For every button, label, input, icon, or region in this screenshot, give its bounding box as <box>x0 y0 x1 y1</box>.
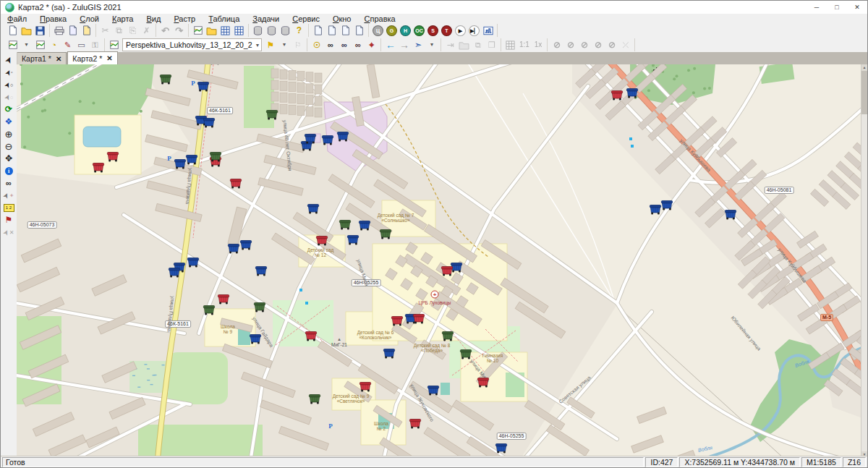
map-card-button[interactable]: ▭ <box>75 38 88 51</box>
search-go-button[interactable]: ⌖ <box>365 38 378 51</box>
maximize-button[interactable]: □ <box>827 1 847 14</box>
search-object-button[interactable]: ∞ <box>323 38 337 51</box>
menu-растр[interactable]: Растр <box>167 14 202 23</box>
open-group-button[interactable] <box>457 38 471 51</box>
zoom-out-tool[interactable]: ⊖ <box>2 140 15 152</box>
container-marker-blue[interactable] <box>249 333 262 347</box>
container-marker-red[interactable] <box>412 313 425 327</box>
container-marker-blue[interactable] <box>321 135 334 148</box>
save-button[interactable] <box>33 24 47 37</box>
analysis-run-button[interactable]: ▶ <box>454 24 467 37</box>
container-marker-blue[interactable] <box>168 267 181 281</box>
container-marker-green[interactable] <box>441 331 454 344</box>
mode-faces-button[interactable]: ❒ <box>485 38 498 51</box>
container-marker-blue[interactable] <box>358 220 371 234</box>
container-marker-blue[interactable] <box>346 234 359 248</box>
flag-dropdown[interactable]: ▾ <box>277 38 291 51</box>
tab-close-icon[interactable]: ✕ <box>106 54 112 62</box>
refresh-map-tool[interactable]: ⟳ <box>2 103 15 115</box>
undo-button[interactable]: ↶ <box>158 24 172 37</box>
container-marker-blue[interactable] <box>304 133 317 147</box>
open-document-button[interactable] <box>20 24 33 37</box>
menu-таблица[interactable]: Таблица <box>202 14 246 23</box>
menu-карта[interactable]: Карта <box>106 14 140 23</box>
container-marker-blue[interactable] <box>336 131 349 145</box>
query-run-button[interactable] <box>352 24 366 37</box>
container-marker-red[interactable] <box>229 178 242 192</box>
container-marker-green[interactable] <box>159 74 172 88</box>
container-marker-red[interactable] <box>477 377 490 391</box>
map-window-button[interactable] <box>6 38 20 51</box>
topology-tool[interactable]: ➤✕ <box>2 226 15 238</box>
print-preview-button[interactable] <box>66 24 80 37</box>
menu-задачи[interactable]: Задачи <box>246 14 286 23</box>
map-canvas[interactable]: 46К-516146Н-0507346К-516146Н-0525546Н-05… <box>17 64 863 458</box>
menu-правка[interactable]: Правка <box>33 14 73 23</box>
analysis-h-button[interactable]: H <box>399 24 412 37</box>
container-marker-blue[interactable] <box>255 265 268 279</box>
container-marker-blue[interactable] <box>203 117 216 131</box>
select-area-tool[interactable]: ➤◌ <box>2 91 15 103</box>
nav-route-button[interactable]: ➣ <box>411 38 425 51</box>
container-marker-blue[interactable] <box>208 64 221 68</box>
analysis-os-button[interactable]: ОС <box>412 24 426 37</box>
database-map-button[interactable] <box>251 24 265 37</box>
nav-dropdown[interactable]: ▾ <box>425 38 438 51</box>
paste-button[interactable]: ⎘ <box>126 24 140 37</box>
search-add-button[interactable]: ∞ <box>337 38 351 51</box>
print-button[interactable] <box>52 24 66 37</box>
map-edit-button[interactable]: ✎ <box>61 38 75 51</box>
nav-back-button[interactable]: ← <box>383 38 397 51</box>
container-marker-red[interactable] <box>305 331 318 344</box>
new-document-button[interactable] <box>6 24 20 37</box>
container-marker-green[interactable] <box>203 305 216 318</box>
pan-tool[interactable]: ✥ <box>2 153 15 164</box>
select-pointer-tool[interactable]: ➤ <box>2 54 15 66</box>
analysis-t-button[interactable]: T <box>440 24 454 37</box>
query-open-button[interactable] <box>325 24 339 37</box>
scale-1x-button[interactable]: 1x <box>531 38 545 51</box>
map-copy-button[interactable] <box>33 38 47 51</box>
scroll-up-arrow[interactable]: ▲ <box>861 64 867 71</box>
layer-icon[interactable] <box>107 38 121 51</box>
minimize-button[interactable]: ─ <box>807 1 827 14</box>
cut-button[interactable]: ✂ <box>98 24 112 37</box>
snap-none-button[interactable]: ⊘ <box>550 38 563 51</box>
scroll-thumb[interactable] <box>861 71 867 114</box>
container-marker-blue[interactable] <box>227 243 240 257</box>
container-marker-green[interactable] <box>379 229 392 242</box>
copy-button[interactable]: ⧉ <box>112 24 126 37</box>
container-marker-red[interactable] <box>409 418 422 432</box>
delete-button[interactable]: ✗ <box>140 24 153 37</box>
object-info-tool[interactable]: i <box>2 165 15 176</box>
menu-файл[interactable]: Файл <box>1 14 33 23</box>
query-edit-button[interactable] <box>339 24 352 37</box>
query-select-tool[interactable]: ➤✦ <box>2 190 15 201</box>
select-node-tool[interactable]: ➤▫ <box>2 67 15 78</box>
search-bulb-button[interactable]: ☉ <box>310 38 323 51</box>
map-window-dropdown[interactable]: ▾ <box>20 38 33 51</box>
analysis-step-button[interactable]: ▶▏ <box>467 24 481 37</box>
nav-forward-button[interactable]: → <box>397 38 411 51</box>
container-marker-blue[interactable] <box>187 257 200 271</box>
measure-tool[interactable]: 1 2 <box>2 202 15 213</box>
analysis-s-button[interactable]: S <box>426 24 440 37</box>
container-marker-blue[interactable] <box>660 200 673 213</box>
container-marker-green[interactable] <box>339 219 352 233</box>
map-key-button[interactable]: ⚿ <box>88 38 102 51</box>
context-help-button[interactable]: ? <box>292 24 306 37</box>
copy-objects-button[interactable]: ⧉ <box>471 38 485 51</box>
new-map-button[interactable] <box>191 24 205 37</box>
snap-node-button[interactable]: ⊘ <box>563 38 577 51</box>
layer-legend-button[interactable] <box>218 24 232 37</box>
menu-вид[interactable]: Вид <box>140 14 167 23</box>
map-tab-1[interactable]: Карта1 *✕ <box>17 52 67 64</box>
database-open-button[interactable] <box>265 24 278 37</box>
container-marker-blue[interactable] <box>239 239 252 253</box>
analysis-g-button[interactable]: G <box>385 24 399 37</box>
container-marker-red[interactable] <box>610 90 624 103</box>
search-attr-button[interactable]: ∞ <box>351 38 365 51</box>
container-marker-green[interactable] <box>209 151 222 165</box>
flag-tool[interactable]: ⚑ <box>2 214 15 226</box>
map-tab-2[interactable]: Карта2 *✕ <box>67 51 117 64</box>
